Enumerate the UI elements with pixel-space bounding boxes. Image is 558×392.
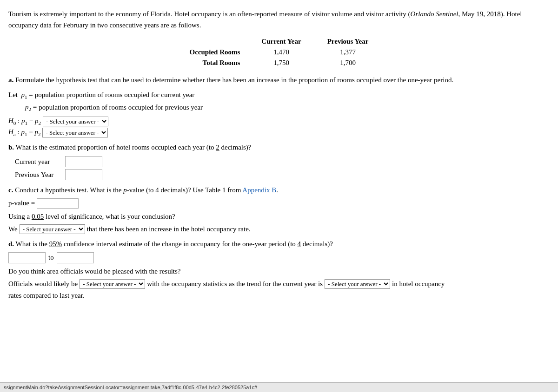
part-c-text1: Conduct a hypothesis test. What is the p… bbox=[15, 186, 278, 194]
previous-year-row: Previous Year bbox=[15, 169, 550, 180]
part-b-text1: What is the estimated proportion of hote… bbox=[16, 144, 252, 151]
cell-total-previous: 1,700 bbox=[314, 58, 382, 68]
table-row: Occupied Rooms 1,470 1,377 bbox=[177, 47, 382, 58]
officials-select2[interactable]: - Select your answer - an increase a dec… bbox=[325, 279, 390, 289]
interval-lower-input[interactable] bbox=[8, 252, 46, 263]
cell-occupied-current: 1,470 bbox=[248, 47, 314, 58]
pleased-question: Do you think area officials would be ple… bbox=[8, 266, 550, 277]
previous-year-input[interactable] bbox=[65, 169, 102, 180]
table-row: Total Rooms 1,750 1,700 bbox=[177, 58, 382, 68]
pvalue-row: p-value = bbox=[8, 198, 550, 209]
let-p2-keyword: p2 = bbox=[25, 101, 37, 114]
part-b-section: b. What is the estimated proportion of h… bbox=[8, 142, 550, 181]
cell-total-current: 1,750 bbox=[248, 58, 314, 68]
conclusion-row: We - Select your answer - reject H₀ do n… bbox=[8, 224, 550, 234]
cell-occupied-previous: 1,377 bbox=[314, 47, 382, 58]
part-b-inputs: Current year Previous Year bbox=[15, 156, 550, 180]
h0-row: H0 : p1 − p2 - Select your answer - = 0 … bbox=[8, 117, 550, 126]
intro-paragraph: Tourism is extremely important to the ec… bbox=[8, 8, 550, 31]
rates-text: rates compared to last year. bbox=[8, 292, 85, 299]
significance-text: Using a 0.05 level of significance, what… bbox=[8, 211, 550, 222]
conclusion-select[interactable]: - Select your answer - reject H₀ do not … bbox=[20, 224, 85, 234]
pvalue-label: p-value = bbox=[8, 199, 35, 207]
current-year-row: Current year bbox=[15, 156, 550, 167]
officials-text1: Officials would likely be bbox=[8, 280, 78, 288]
let-p1-text: population proportion of rooms occupied … bbox=[35, 89, 195, 101]
officials-text3: in hotel occupancy bbox=[392, 280, 445, 288]
to-label: to bbox=[48, 254, 54, 261]
current-year-label: Current year bbox=[15, 158, 61, 166]
ha-row: Ha : p1 − p2 - Select your answer - = 0 … bbox=[8, 128, 550, 137]
part-c-section: c. Conduct a hypothesis test. What is th… bbox=[8, 185, 550, 234]
part-d-label: d. bbox=[8, 240, 14, 248]
part-b-label: b. bbox=[8, 144, 14, 151]
officials-text2: with the occupancy statistics as the tre… bbox=[147, 280, 323, 288]
conclusion-tail: that there has been an increase in the h… bbox=[87, 225, 251, 233]
let-keyword: Let p1 = bbox=[8, 89, 33, 102]
ha-select[interactable]: - Select your answer - = 0 ≤ 0 ≥ 0 < 0 >… bbox=[42, 128, 108, 137]
part-a-section: a. Formulate the hypothesis test that ca… bbox=[8, 75, 550, 137]
part-a-question: a. Formulate the hypothesis test that ca… bbox=[8, 75, 550, 85]
pvalue-input[interactable] bbox=[37, 198, 79, 209]
appendix-link[interactable]: Appendix B bbox=[242, 186, 276, 194]
intro-line1: Tourism is extremely important to the ec… bbox=[8, 10, 411, 18]
row-label-occupied: Occupied Rooms bbox=[177, 47, 249, 58]
table-blank-header bbox=[177, 36, 249, 47]
data-table: Current Year Previous Year Occupied Room… bbox=[177, 36, 382, 68]
part-a-label: a. bbox=[8, 76, 13, 84]
let-p1-line: Let p1 = population proportion of rooms … bbox=[8, 89, 550, 102]
part-d-section: d. What is the 95% confidence interval e… bbox=[8, 239, 550, 300]
interval-row: to bbox=[8, 252, 550, 263]
let-definitions: Let p1 = population proportion of rooms … bbox=[8, 89, 550, 114]
officials-select1[interactable]: - Select your answer - pleased displease… bbox=[80, 279, 145, 289]
interval-upper-input[interactable] bbox=[57, 252, 94, 263]
table-header-previous: Previous Year bbox=[314, 36, 382, 47]
let-p2-line: p2 = population proportion of rooms occu… bbox=[25, 101, 550, 114]
officials-row: Officials would likely be - Select your … bbox=[8, 279, 550, 289]
citation: Orlando Sentinel, bbox=[411, 10, 460, 18]
rates-line: rates compared to last year. bbox=[8, 292, 550, 300]
h0-math: H0 : p1 − p2 bbox=[8, 117, 41, 126]
part-a-text: Formulate the hypothesis test that can b… bbox=[15, 76, 453, 84]
ha-math: Ha : p1 − p2 bbox=[8, 128, 40, 137]
table-header-current: Current Year bbox=[248, 36, 314, 47]
current-year-input[interactable] bbox=[65, 156, 102, 167]
we-label: We bbox=[8, 225, 18, 233]
let-p2-text: population proportion of rooms occupied … bbox=[39, 102, 203, 114]
part-c-question: c. Conduct a hypothesis test. What is th… bbox=[8, 185, 550, 196]
previous-year-label: Previous Year bbox=[15, 171, 61, 179]
h0-select[interactable]: - Select your answer - = 0 ≤ 0 ≥ 0 < 0 >… bbox=[43, 117, 108, 126]
part-c-label: c. bbox=[8, 186, 13, 194]
part-b-question: b. What is the estimated proportion of h… bbox=[8, 142, 550, 153]
row-label-total: Total Rooms bbox=[177, 58, 249, 68]
intro-date: May 19, 2018 bbox=[462, 10, 501, 18]
part-d-question: d. What is the 95% confidence interval e… bbox=[8, 239, 550, 249]
part-d-text: What is the 95% confidence interval esti… bbox=[16, 240, 333, 248]
